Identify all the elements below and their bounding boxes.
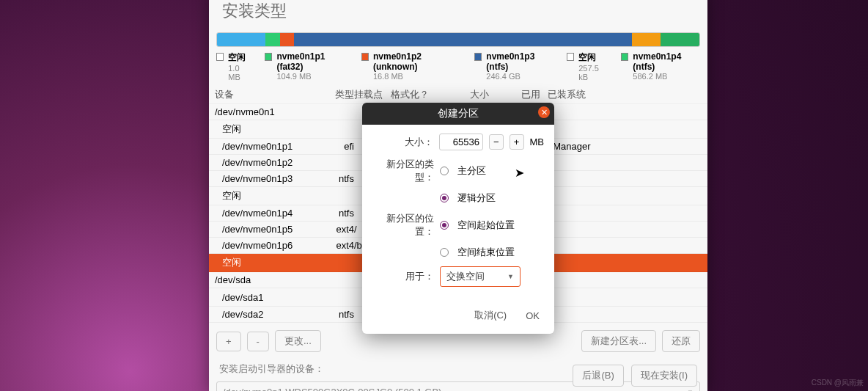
legend-item: 空闲257.5 kB [567,51,608,81]
hdr-device: 设备 [215,88,325,101]
chevron-down-icon: ▼ [687,389,694,392]
legend-item: nvme0n1p3 (ntfs)246.4 GB [474,51,553,81]
legend-swatch [567,53,574,61]
partition-bar [216,32,700,47]
change-partition-button[interactable]: 更改... [275,330,321,352]
use-select[interactable]: 交换空间 ▼ [440,266,521,287]
hdr-format: 格式化？ [389,88,430,101]
hdr-system: 已装系统 [540,88,614,101]
legend-item: nvme0n1p1 (fat32)104.9 MB [265,51,348,81]
close-icon[interactable]: ✕ [538,106,550,118]
ok-button[interactable]: OK [521,306,544,325]
spin-plus-button[interactable]: + [510,134,524,150]
size-input[interactable] [439,134,483,150]
radio-begin[interactable] [440,221,449,230]
partition-legend: 空闲1.0 MBnvme0n1p1 (fat32)104.9 MBnvme0n1… [209,48,707,86]
new-table-button[interactable]: 新建分区表... [581,330,656,352]
legend-item: 空闲1.0 MB [216,51,251,81]
type-label: 新分区的类型： [372,158,434,184]
create-partition-dialog: 创建分区 ✕ 大小： − + MB 新分区的类型： 主分区 逻辑分区 新分区的位… [362,103,554,334]
use-value: 交换空间 [446,270,485,283]
dialog-title: 创建分区 ✕ [362,103,554,125]
hdr-type: 类型 [325,88,354,101]
remove-partition-button[interactable]: - [247,332,269,351]
add-partition-button[interactable]: + [216,332,241,351]
legend-swatch [216,53,224,61]
bootloader-value: /dev/nvme0n1 WDS500G3X0C-00SJG0 (500.1 G… [223,387,441,391]
radio-end[interactable] [440,248,449,257]
opt-end: 空间结束位置 [457,246,515,259]
hdr-mount: 挂载点 [354,88,389,101]
page-title: 安装类型 [209,0,707,28]
legend-swatch [621,53,628,61]
table-header: 设备 类型 挂载点 格式化？ 大小 已用 已装系统 [209,86,707,104]
legend-item: nvme0n1p4 (ntfs)586.2 MB [621,51,700,81]
use-label: 用于： [372,270,434,283]
nav-buttons: 后退(B) 现在安装(I) [573,365,697,387]
opt-logical: 逻辑分区 [457,191,496,205]
install-now-button[interactable]: 现在安装(I) [631,365,697,387]
revert-button[interactable]: 还原 [662,330,700,352]
chevron-down-icon: ▼ [507,273,514,280]
hdr-size: 大小 [430,88,489,101]
radio-logical[interactable] [440,194,449,202]
size-unit: MB [530,136,545,147]
radio-primary[interactable] [440,167,449,175]
watermark: CSDN @风雨兼 [812,378,864,388]
opt-primary: 主分区 [457,164,486,178]
location-label: 新分区的位置： [372,212,434,238]
hdr-used: 已用 [489,88,540,101]
opt-begin: 空间起始位置 [457,219,515,232]
legend-item: nvme0n1p2 (unknown)16.8 MB [361,51,461,81]
spin-minus-button[interactable]: − [489,134,504,150]
legend-swatch [265,53,272,61]
back-button[interactable]: 后退(B) [573,365,623,387]
cancel-button[interactable]: 取消(C) [470,306,511,325]
legend-swatch [474,53,482,61]
legend-swatch [361,53,369,61]
size-label: 大小： [372,136,433,149]
